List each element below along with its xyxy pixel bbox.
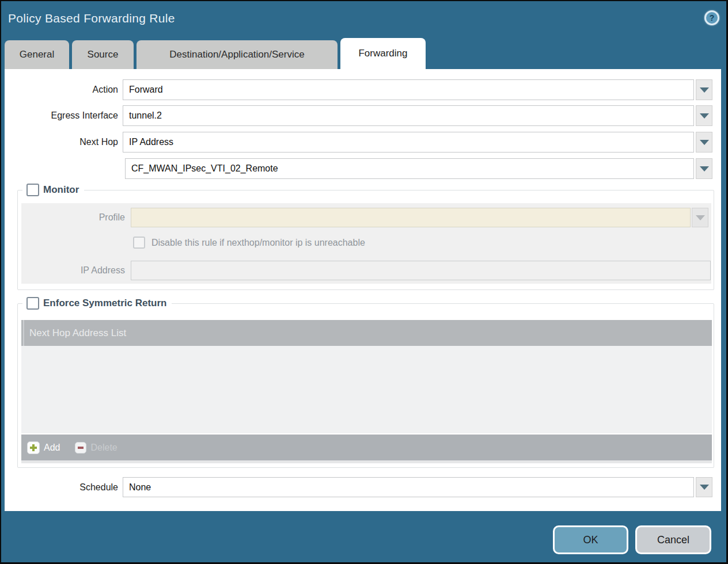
dialog-titlebar: Policy Based Forwarding Rule ?: [1, 1, 726, 38]
monitor-section: Monitor Profile Disable this rule if nex…: [17, 190, 714, 290]
tab-source-label: Source: [88, 49, 119, 60]
enforce-symmetric-return-legend: Enforce Symmetric Return: [22, 297, 172, 310]
next-hop-dropdown-button[interactable]: [696, 132, 712, 153]
action-select[interactable]: Forward: [123, 79, 694, 100]
egress-interface-label: Egress Interface: [5, 105, 118, 126]
add-button-label: Add: [44, 443, 60, 453]
chevron-down-icon: [696, 215, 705, 220]
dialog-title: Policy Based Forwarding Rule: [8, 12, 175, 25]
egress-interface-value: tunnel.2: [129, 110, 162, 121]
enforce-symmetric-return-checkbox[interactable]: [26, 297, 39, 310]
tab-bar: General Source Destination/Application/S…: [5, 38, 426, 69]
chevron-down-icon: [700, 113, 709, 119]
help-icon[interactable]: ?: [704, 10, 719, 25]
chevron-down-icon: [700, 140, 709, 145]
chevron-down-icon: [700, 87, 709, 93]
schedule-dropdown-button[interactable]: [696, 477, 712, 497]
next-hop-address-list-column-header[interactable]: Next Hop Address List: [21, 320, 712, 346]
schedule-label: Schedule: [5, 477, 118, 497]
delete-button: Delete: [75, 442, 117, 454]
disable-rule-checkbox: [133, 237, 145, 249]
forwarding-tab-panel: Action Forward Egress Interface tunnel.2…: [5, 69, 721, 511]
chevron-down-icon: [700, 485, 709, 490]
schedule-value: None: [129, 482, 151, 493]
action-value: Forward: [129, 85, 163, 95]
next-hop-address-list-header-label: Next Hop Address List: [29, 327, 126, 339]
policy-based-forwarding-rule-dialog: Policy Based Forwarding Rule ? General S…: [1, 1, 726, 562]
action-dropdown-button[interactable]: [696, 79, 712, 100]
ok-button[interactable]: OK: [553, 525, 628, 554]
enforce-symmetric-return-title: Enforce Symmetric Return: [43, 298, 166, 309]
disable-rule-checkbox-label: Disable this rule if nexthop/monitor ip …: [151, 237, 365, 249]
monitor-ip-address-label: IP Address: [21, 261, 125, 280]
tab-general-label: General: [20, 49, 54, 60]
schedule-select[interactable]: None: [123, 477, 694, 497]
minus-icon: [75, 442, 86, 454]
monitor-checkbox[interactable]: [26, 184, 39, 196]
next-hop-address-dropdown-button[interactable]: [696, 158, 712, 179]
next-hop-select[interactable]: IP Address: [123, 132, 694, 153]
next-hop-address-value: CF_MWAN_IPsec_VTI_02_Remote: [131, 163, 278, 174]
action-label: Action: [5, 79, 118, 100]
monitor-legend: Monitor: [22, 184, 84, 196]
tab-general[interactable]: General: [5, 40, 69, 69]
cancel-button[interactable]: Cancel: [635, 525, 711, 554]
next-hop-address-list-table: Next Hop Address List Add Delete: [21, 320, 712, 463]
tab-destination-application-service-label: Destination/Application/Service: [169, 49, 304, 60]
tab-forwarding[interactable]: Forwarding: [340, 38, 426, 69]
plus-icon: [27, 441, 40, 454]
delete-button-label: Delete: [90, 443, 117, 453]
cancel-button-label: Cancel: [657, 534, 689, 546]
next-hop-value: IP Address: [129, 137, 173, 147]
ok-button-label: OK: [583, 534, 598, 546]
add-button[interactable]: Add: [27, 441, 60, 454]
next-hop-label: Next Hop: [5, 132, 118, 153]
help-icon-glyph: ?: [710, 14, 715, 22]
profile-select: [131, 208, 691, 227]
profile-label: Profile: [21, 208, 125, 227]
egress-interface-dropdown-button[interactable]: [696, 105, 712, 126]
next-hop-address-list-body[interactable]: [21, 346, 712, 433]
enforce-symmetric-return-section: Enforce Symmetric Return Next Hop Addres…: [17, 303, 714, 468]
egress-interface-select[interactable]: tunnel.2: [123, 105, 694, 126]
tab-forwarding-label: Forwarding: [358, 48, 407, 59]
tab-source[interactable]: Source: [72, 40, 134, 69]
monitor-panel: Profile Disable this rule if nexthop/mon…: [21, 203, 711, 284]
monitor-title: Monitor: [43, 184, 79, 196]
monitor-ip-address-input: [131, 261, 711, 280]
next-hop-address-list-toolbar: Add Delete: [21, 435, 712, 460]
profile-dropdown-button: [692, 208, 708, 227]
tab-destination-application-service[interactable]: Destination/Application/Service: [136, 40, 338, 69]
table-bottom-strip: [21, 460, 712, 463]
next-hop-address-select[interactable]: CF_MWAN_IPsec_VTI_02_Remote: [125, 158, 694, 179]
chevron-down-icon: [700, 166, 709, 172]
